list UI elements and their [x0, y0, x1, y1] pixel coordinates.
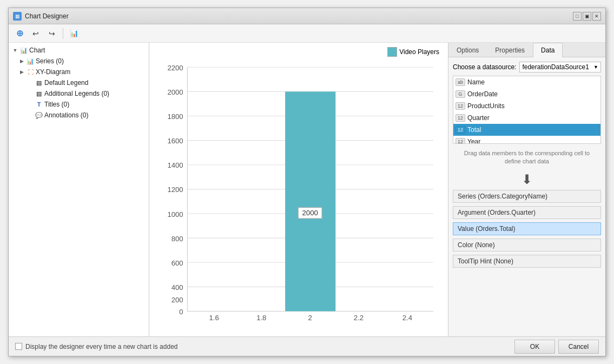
- tab-data[interactable]: Data: [533, 43, 563, 57]
- drop-zone-tooltip[interactable]: ToolTip Hint (None): [453, 255, 601, 268]
- data-label-name: Name: [467, 78, 485, 86]
- svg-text:600: 600: [171, 259, 183, 267]
- data-item-orderdate[interactable]: G OrderDate: [453, 88, 600, 100]
- svg-text:2000: 2000: [167, 88, 183, 96]
- cancel-button[interactable]: Cancel: [558, 340, 599, 354]
- data-label-year: Year: [467, 138, 480, 144]
- tab-options[interactable]: Options: [448, 43, 487, 57]
- chart-panel: Video Players 2200 2000 1800 1600 1400 1…: [149, 43, 448, 336]
- svg-text:1400: 1400: [167, 161, 183, 169]
- tree-item-additional-legends[interactable]: ▤ Additional Legends (0): [9, 88, 149, 99]
- data-tree: ab Name G OrderDate 12 ProductUnits 12 Q…: [453, 76, 601, 144]
- back-button[interactable]: ↩: [28, 27, 43, 41]
- chart-icon: 📊: [19, 46, 28, 55]
- undo-icon: ↩: [32, 29, 39, 38]
- tree-label-chart: Chart: [29, 47, 45, 54]
- forward-button[interactable]: ↪: [44, 27, 60, 41]
- close-button[interactable]: ✕: [592, 12, 601, 21]
- toggle-default-legend: [26, 78, 35, 87]
- svg-text:2: 2: [308, 314, 312, 322]
- drop-zone-argument[interactable]: Argument (Orders.Quarter): [453, 206, 601, 219]
- tree-item-titles[interactable]: T Titles (0): [9, 99, 149, 110]
- svg-text:200: 200: [171, 295, 183, 303]
- footer-checkbox-label: Display the designer every time a new ch…: [25, 343, 177, 350]
- titles-icon: T: [35, 100, 43, 109]
- type-badge-productunits: 12: [455, 102, 465, 110]
- data-item-year[interactable]: 12 Year: [453, 136, 600, 144]
- chart-svg: 2200 2000 1800 1600 1400 1200 1000 800 6…: [167, 61, 439, 323]
- datasource-value: federationDataSource1: [522, 63, 589, 71]
- data-item-total[interactable]: 12 Total: [453, 124, 600, 136]
- dropdown-icon: ▼: [593, 64, 598, 70]
- tree-label-additional-legends: Additional Legends (0): [44, 90, 109, 97]
- drop-zone-color[interactable]: Color (None): [453, 239, 601, 252]
- chart-svg-container: 2200 2000 1800 1600 1400 1200 1000 800 6…: [149, 57, 448, 336]
- data-label-quarter: Quarter: [467, 114, 490, 122]
- type-badge-name: ab: [455, 78, 465, 86]
- title-bar-left: ▦ Chart Designer: [13, 12, 69, 21]
- toggle-xy[interactable]: ▶: [17, 68, 26, 76]
- svg-text:2.2: 2.2: [354, 314, 364, 322]
- window-icon: ▦: [13, 12, 22, 21]
- wizard-icon: 📊: [70, 29, 78, 37]
- tree-item-series[interactable]: ▶ 📊 Series (0): [9, 56, 149, 67]
- svg-text:800: 800: [171, 235, 183, 243]
- datasource-row: Choose a datasource: federationDataSourc…: [448, 57, 605, 76]
- tree-item-chart[interactable]: ▼ 📊 Chart: [9, 45, 149, 56]
- toggle-chart[interactable]: ▼: [11, 46, 19, 55]
- window-controls: □ ▣ ✕: [573, 12, 601, 21]
- footer-buttons: OK Cancel: [514, 340, 599, 354]
- type-badge-total: 12: [455, 126, 465, 134]
- legend-item: Video Players: [387, 47, 439, 57]
- add-icon: ⊕: [16, 28, 23, 38]
- ok-button[interactable]: OK: [514, 340, 555, 354]
- tab-properties[interactable]: Properties: [487, 43, 533, 57]
- svg-text:1.6: 1.6: [209, 314, 219, 322]
- tree-panel: ▼ 📊 Chart ▶ 📊 Series (0) ▶ ⛶ XY-Diagram …: [9, 43, 149, 336]
- svg-text:1600: 1600: [167, 137, 183, 145]
- tree-label-titles: Titles (0): [44, 101, 69, 108]
- toggle-series[interactable]: ▶: [17, 57, 26, 65]
- footer-left: Display the designer every time a new ch…: [15, 343, 177, 350]
- annotations-icon: 💬: [35, 111, 43, 120]
- chart-bar: [285, 91, 335, 311]
- datasource-label: Choose a datasource:: [453, 63, 516, 71]
- tabs-bar: Options Properties Data: [448, 43, 605, 57]
- data-label-total: Total: [467, 126, 481, 134]
- tree-item-annotations[interactable]: 💬 Annotations (0): [9, 110, 149, 121]
- data-label-productunits: ProductUnits: [467, 102, 505, 110]
- redo-icon: ↪: [49, 29, 55, 38]
- chart-legend-area: Video Players: [149, 43, 448, 57]
- title-bar: ▦ Chart Designer □ ▣ ✕: [9, 8, 605, 24]
- data-item-quarter[interactable]: 12 Quarter: [453, 112, 600, 124]
- data-item-productunits[interactable]: 12 ProductUnits: [453, 100, 600, 112]
- toggle-additional-legends: [26, 89, 35, 98]
- datasource-select[interactable]: federationDataSource1 ▼: [519, 62, 601, 72]
- window-title: Chart Designer: [25, 12, 69, 20]
- footer: Display the designer every time a new ch…: [9, 336, 605, 356]
- designer-checkbox[interactable]: [15, 343, 22, 350]
- type-badge-orderdate: G: [455, 90, 465, 98]
- drop-zone-series[interactable]: Series (Orders.CategoryName): [453, 190, 601, 203]
- options-panel: Options Properties Data Choose a datasou…: [448, 43, 605, 336]
- type-badge-quarter: 12: [455, 114, 465, 122]
- svg-text:1000: 1000: [167, 210, 183, 218]
- svg-text:0: 0: [179, 308, 183, 316]
- svg-text:2200: 2200: [167, 64, 183, 72]
- tree-item-xy-diagram[interactable]: ▶ ⛶ XY-Diagram: [9, 67, 149, 77]
- additional-legend-icon: ▤: [35, 89, 43, 98]
- data-label-orderdate: OrderDate: [467, 90, 498, 98]
- legend-label: Video Players: [399, 48, 439, 56]
- chart-wizard-button[interactable]: 📊: [67, 27, 82, 41]
- svg-text:2.4: 2.4: [402, 314, 413, 322]
- main-content: ▼ 📊 Chart ▶ 📊 Series (0) ▶ ⛶ XY-Diagram …: [9, 43, 605, 336]
- type-badge-year: 12: [455, 138, 465, 144]
- data-item-name[interactable]: ab Name: [453, 76, 600, 88]
- add-button[interactable]: ⊕: [12, 27, 27, 41]
- minimize-button[interactable]: □: [573, 12, 582, 21]
- tree-item-default-legend[interactable]: ▤ Default Legend: [9, 77, 149, 88]
- drop-zone-value[interactable]: Value (Orders.Total): [453, 222, 601, 235]
- chart-designer-dialog: ▦ Chart Designer □ ▣ ✕ ⊕ ↩ ↪ 📊 ▼: [8, 8, 606, 356]
- maximize-button[interactable]: ▣: [583, 12, 591, 21]
- legend-color-swatch: [387, 47, 397, 57]
